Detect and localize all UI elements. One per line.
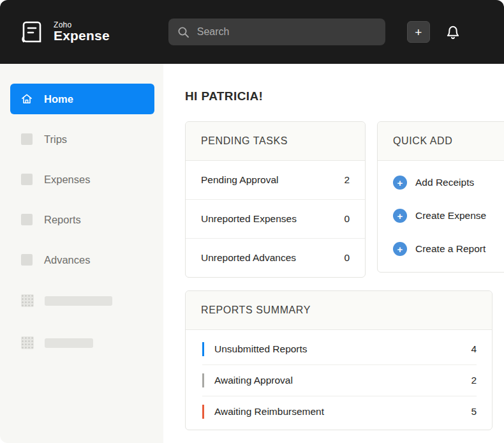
global-add-button[interactable]: + [407,21,430,43]
row-label: Awaiting Reimbursement [214,406,324,417]
sidebar-item-reports[interactable]: Reports [10,204,154,235]
quick-add-label: Create a Report [415,243,485,255]
sidebar-item-trips[interactable]: Trips [10,124,154,154]
logo-brand-large: Expense [54,29,110,43]
status-color-bar [202,373,204,387]
reports-summary-card: REPORTS SUMMARY Unsubmitted Reports 4 Aw… [185,290,493,430]
trips-placeholder-icon [20,133,33,146]
row-label: Unreported Advances [201,252,296,264]
sidebar-item-label: Trips [44,133,67,146]
row-value: 2 [344,174,350,186]
quick-add-receipts[interactable]: Add Receipts [378,166,504,199]
search-input[interactable] [197,26,376,38]
quick-add-label: Add Receipts [415,177,474,188]
quick-add-title: QUICK ADD [378,122,504,161]
reports-summary-body: Unsubmitted Reports 4 Awaiting Approval … [186,330,492,430]
row-label: Unsubmitted Reports [214,343,308,355]
pending-tasks-title: PENDING TASKS [186,122,365,161]
skeleton-icon [21,336,34,349]
sidebar-skeleton-item [21,336,163,349]
row-value: 0 [344,252,350,264]
app-window: Zoho Expense + [0,0,504,443]
quick-add-label: Create Expense [415,210,486,222]
search-box[interactable] [168,19,385,45]
status-color-bar [202,405,204,419]
pending-tasks-card: PENDING TASKS Pending Approval 2 Unrepor… [185,121,366,278]
row-label: Unreported Expenses [201,213,297,225]
logo-text: Zoho Expense [54,21,110,43]
sidebar-item-label: Home [44,93,73,105]
plus-circle-icon [393,176,407,190]
unreported-advances-row[interactable]: Unreported Advances 0 [186,239,365,277]
top-cards-row: PENDING TASKS Pending Approval 2 Unrepor… [185,121,504,278]
quick-add-create-report[interactable]: Create a Report [378,232,504,266]
quick-add-create-expense[interactable]: Create Expense [378,199,504,232]
unsubmitted-reports-row[interactable]: Unsubmitted Reports 4 [202,334,477,365]
skeleton-icon [21,294,34,307]
sidebar: Home Trips Expenses Reports Advances [0,64,163,443]
home-icon [20,93,33,105]
skeleton-bar [45,296,112,306]
quick-add-card: QUICK ADD Add Receipts Create Expense [377,121,504,273]
reports-placeholder-icon [20,213,33,226]
sidebar-item-expenses[interactable]: Expenses [10,164,154,195]
sidebar-skeleton-group [0,294,163,349]
sidebar-item-advances[interactable]: Advances [10,244,154,275]
plus-circle-icon [393,209,407,223]
sidebar-skeleton-item [21,294,163,307]
row-label: Awaiting Approval [214,375,293,386]
status-color-bar [202,342,204,356]
sidebar-item-label: Reports [44,214,81,226]
plus-glyph: + [415,26,422,38]
unreported-expenses-row[interactable]: Unreported Expenses 0 [186,200,365,239]
row-value: 2 [471,375,477,386]
reports-summary-title: REPORTS SUMMARY [186,291,492,330]
quick-add-body: Add Receipts Create Expense Create a Rep… [378,161,504,272]
bell-icon [444,23,462,41]
sidebar-item-label: Expenses [44,174,90,186]
sidebar-item-home[interactable]: Home [10,84,154,114]
receipt-logo-icon [18,18,46,46]
row-value: 0 [344,213,350,225]
sidebar-item-label: Advances [44,254,90,266]
search-icon [177,26,189,38]
advances-placeholder-icon [20,253,33,266]
main-panel: HI PATRICIA! PENDING TASKS Pending Appro… [163,64,504,443]
zoho-expense-logo[interactable]: Zoho Expense [18,18,110,46]
expenses-placeholder-icon [20,173,33,186]
pending-approval-row[interactable]: Pending Approval 2 [186,161,365,200]
awaiting-approval-row[interactable]: Awaiting Approval 2 [202,365,477,396]
greeting-heading: HI PATRICIA! [185,89,504,103]
notifications-button[interactable] [444,23,462,41]
skeleton-bar [45,338,93,348]
topbar: Zoho Expense + [0,0,504,64]
plus-circle-icon [393,242,407,256]
row-value: 5 [471,406,477,417]
row-label: Pending Approval [201,174,279,186]
row-value: 4 [471,343,477,355]
content-area: Home Trips Expenses Reports Advances [0,64,504,443]
awaiting-reimbursement-row[interactable]: Awaiting Reimbursement 5 [202,396,477,427]
